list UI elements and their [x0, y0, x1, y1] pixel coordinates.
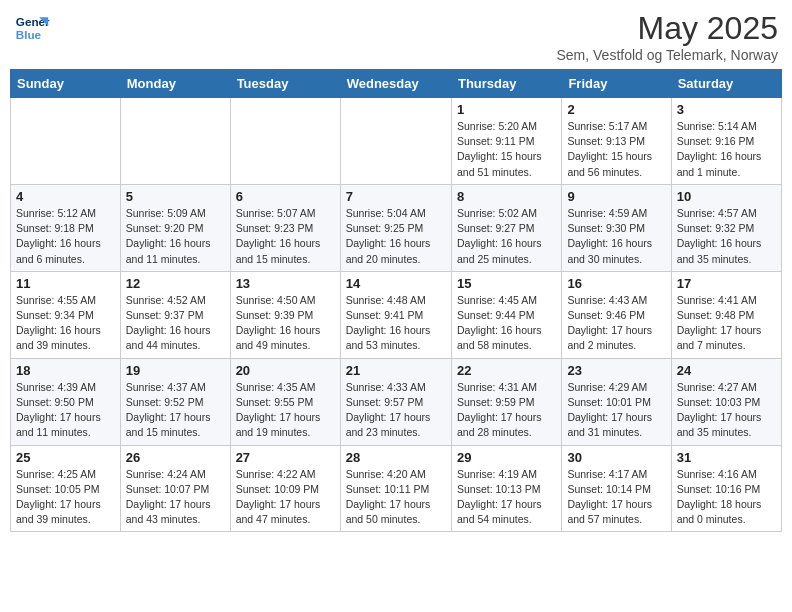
calendar-cell: 10Sunrise: 4:57 AMSunset: 9:32 PMDayligh…	[671, 184, 781, 271]
calendar-cell: 22Sunrise: 4:31 AMSunset: 9:59 PMDayligh…	[451, 358, 561, 445]
calendar-cell: 2Sunrise: 5:17 AMSunset: 9:13 PMDaylight…	[562, 98, 671, 185]
weekday-header-monday: Monday	[120, 70, 230, 98]
calendar-cell: 24Sunrise: 4:27 AMSunset: 10:03 PMDaylig…	[671, 358, 781, 445]
svg-text:Blue: Blue	[16, 28, 42, 41]
calendar-cell: 14Sunrise: 4:48 AMSunset: 9:41 PMDayligh…	[340, 271, 451, 358]
day-info: Sunrise: 5:20 AMSunset: 9:11 PMDaylight:…	[457, 119, 556, 180]
day-info: Sunrise: 4:31 AMSunset: 9:59 PMDaylight:…	[457, 380, 556, 441]
calendar-cell	[11, 98, 121, 185]
day-number: 22	[457, 363, 556, 378]
day-info: Sunrise: 4:37 AMSunset: 9:52 PMDaylight:…	[126, 380, 225, 441]
day-info: Sunrise: 5:04 AMSunset: 9:25 PMDaylight:…	[346, 206, 446, 267]
day-info: Sunrise: 5:17 AMSunset: 9:13 PMDaylight:…	[567, 119, 665, 180]
day-info: Sunrise: 5:07 AMSunset: 9:23 PMDaylight:…	[236, 206, 335, 267]
day-number: 21	[346, 363, 446, 378]
day-info: Sunrise: 4:29 AMSunset: 10:01 PMDaylight…	[567, 380, 665, 441]
calendar-cell: 17Sunrise: 4:41 AMSunset: 9:48 PMDayligh…	[671, 271, 781, 358]
calendar-cell: 18Sunrise: 4:39 AMSunset: 9:50 PMDayligh…	[11, 358, 121, 445]
day-info: Sunrise: 4:52 AMSunset: 9:37 PMDaylight:…	[126, 293, 225, 354]
day-info: Sunrise: 4:19 AMSunset: 10:13 PMDaylight…	[457, 467, 556, 528]
day-number: 28	[346, 450, 446, 465]
title-block: May 2025 Sem, Vestfold og Telemark, Norw…	[556, 10, 778, 63]
calendar-cell: 19Sunrise: 4:37 AMSunset: 9:52 PMDayligh…	[120, 358, 230, 445]
weekday-header-wednesday: Wednesday	[340, 70, 451, 98]
day-number: 11	[16, 276, 115, 291]
day-info: Sunrise: 4:35 AMSunset: 9:55 PMDaylight:…	[236, 380, 335, 441]
day-info: Sunrise: 4:48 AMSunset: 9:41 PMDaylight:…	[346, 293, 446, 354]
day-number: 31	[677, 450, 776, 465]
day-number: 25	[16, 450, 115, 465]
day-number: 4	[16, 189, 115, 204]
calendar-cell: 4Sunrise: 5:12 AMSunset: 9:18 PMDaylight…	[11, 184, 121, 271]
day-info: Sunrise: 4:17 AMSunset: 10:14 PMDaylight…	[567, 467, 665, 528]
week-row-2: 4Sunrise: 5:12 AMSunset: 9:18 PMDaylight…	[11, 184, 782, 271]
day-number: 24	[677, 363, 776, 378]
calendar-cell: 27Sunrise: 4:22 AMSunset: 10:09 PMDaylig…	[230, 445, 340, 532]
day-number: 8	[457, 189, 556, 204]
calendar-cell: 21Sunrise: 4:33 AMSunset: 9:57 PMDayligh…	[340, 358, 451, 445]
day-info: Sunrise: 4:50 AMSunset: 9:39 PMDaylight:…	[236, 293, 335, 354]
calendar-cell	[230, 98, 340, 185]
day-number: 30	[567, 450, 665, 465]
week-row-5: 25Sunrise: 4:25 AMSunset: 10:05 PMDaylig…	[11, 445, 782, 532]
calendar-table: SundayMondayTuesdayWednesdayThursdayFrid…	[10, 69, 782, 532]
day-info: Sunrise: 4:33 AMSunset: 9:57 PMDaylight:…	[346, 380, 446, 441]
week-row-1: 1Sunrise: 5:20 AMSunset: 9:11 PMDaylight…	[11, 98, 782, 185]
day-number: 29	[457, 450, 556, 465]
weekday-header-thursday: Thursday	[451, 70, 561, 98]
calendar-cell: 3Sunrise: 5:14 AMSunset: 9:16 PMDaylight…	[671, 98, 781, 185]
day-number: 19	[126, 363, 225, 378]
weekday-header-saturday: Saturday	[671, 70, 781, 98]
calendar-cell: 29Sunrise: 4:19 AMSunset: 10:13 PMDaylig…	[451, 445, 561, 532]
day-info: Sunrise: 4:25 AMSunset: 10:05 PMDaylight…	[16, 467, 115, 528]
day-info: Sunrise: 4:59 AMSunset: 9:30 PMDaylight:…	[567, 206, 665, 267]
calendar-cell: 28Sunrise: 4:20 AMSunset: 10:11 PMDaylig…	[340, 445, 451, 532]
day-info: Sunrise: 4:20 AMSunset: 10:11 PMDaylight…	[346, 467, 446, 528]
day-number: 2	[567, 102, 665, 117]
week-row-3: 11Sunrise: 4:55 AMSunset: 9:34 PMDayligh…	[11, 271, 782, 358]
calendar-cell: 9Sunrise: 4:59 AMSunset: 9:30 PMDaylight…	[562, 184, 671, 271]
day-info: Sunrise: 4:24 AMSunset: 10:07 PMDaylight…	[126, 467, 225, 528]
day-info: Sunrise: 4:16 AMSunset: 10:16 PMDaylight…	[677, 467, 776, 528]
day-number: 5	[126, 189, 225, 204]
day-number: 3	[677, 102, 776, 117]
calendar-cell: 15Sunrise: 4:45 AMSunset: 9:44 PMDayligh…	[451, 271, 561, 358]
day-number: 10	[677, 189, 776, 204]
page-header: General Blue May 2025 Sem, Vestfold og T…	[10, 10, 782, 63]
calendar-cell: 8Sunrise: 5:02 AMSunset: 9:27 PMDaylight…	[451, 184, 561, 271]
day-info: Sunrise: 4:55 AMSunset: 9:34 PMDaylight:…	[16, 293, 115, 354]
day-info: Sunrise: 5:12 AMSunset: 9:18 PMDaylight:…	[16, 206, 115, 267]
weekday-header-tuesday: Tuesday	[230, 70, 340, 98]
day-number: 14	[346, 276, 446, 291]
day-number: 13	[236, 276, 335, 291]
weekday-header-row: SundayMondayTuesdayWednesdayThursdayFrid…	[11, 70, 782, 98]
day-info: Sunrise: 5:09 AMSunset: 9:20 PMDaylight:…	[126, 206, 225, 267]
day-number: 16	[567, 276, 665, 291]
day-info: Sunrise: 4:45 AMSunset: 9:44 PMDaylight:…	[457, 293, 556, 354]
calendar-cell: 11Sunrise: 4:55 AMSunset: 9:34 PMDayligh…	[11, 271, 121, 358]
day-number: 12	[126, 276, 225, 291]
day-info: Sunrise: 5:14 AMSunset: 9:16 PMDaylight:…	[677, 119, 776, 180]
calendar-cell: 23Sunrise: 4:29 AMSunset: 10:01 PMDaylig…	[562, 358, 671, 445]
day-number: 18	[16, 363, 115, 378]
calendar-cell: 25Sunrise: 4:25 AMSunset: 10:05 PMDaylig…	[11, 445, 121, 532]
calendar-cell: 12Sunrise: 4:52 AMSunset: 9:37 PMDayligh…	[120, 271, 230, 358]
day-number: 15	[457, 276, 556, 291]
month-title: May 2025	[556, 10, 778, 47]
calendar-cell: 26Sunrise: 4:24 AMSunset: 10:07 PMDaylig…	[120, 445, 230, 532]
calendar-cell: 13Sunrise: 4:50 AMSunset: 9:39 PMDayligh…	[230, 271, 340, 358]
calendar-cell: 1Sunrise: 5:20 AMSunset: 9:11 PMDaylight…	[451, 98, 561, 185]
calendar-cell: 7Sunrise: 5:04 AMSunset: 9:25 PMDaylight…	[340, 184, 451, 271]
day-info: Sunrise: 4:41 AMSunset: 9:48 PMDaylight:…	[677, 293, 776, 354]
calendar-cell: 5Sunrise: 5:09 AMSunset: 9:20 PMDaylight…	[120, 184, 230, 271]
calendar-cell: 6Sunrise: 5:07 AMSunset: 9:23 PMDaylight…	[230, 184, 340, 271]
day-info: Sunrise: 4:27 AMSunset: 10:03 PMDaylight…	[677, 380, 776, 441]
location-subtitle: Sem, Vestfold og Telemark, Norway	[556, 47, 778, 63]
day-number: 27	[236, 450, 335, 465]
day-number: 9	[567, 189, 665, 204]
day-info: Sunrise: 4:39 AMSunset: 9:50 PMDaylight:…	[16, 380, 115, 441]
calendar-cell: 30Sunrise: 4:17 AMSunset: 10:14 PMDaylig…	[562, 445, 671, 532]
day-info: Sunrise: 4:22 AMSunset: 10:09 PMDaylight…	[236, 467, 335, 528]
day-number: 6	[236, 189, 335, 204]
calendar-cell: 31Sunrise: 4:16 AMSunset: 10:16 PMDaylig…	[671, 445, 781, 532]
